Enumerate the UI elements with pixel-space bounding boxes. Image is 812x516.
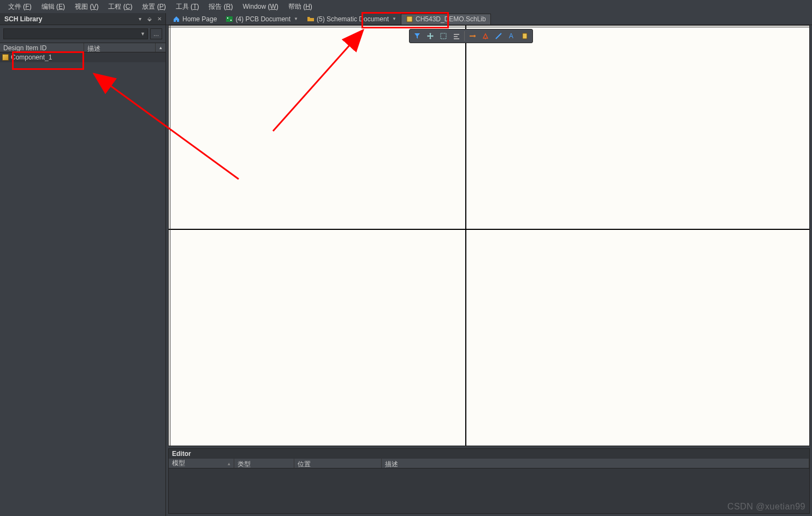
panel-titlebar: SCH Library ▾ ⬙ ✕	[0, 13, 165, 25]
menu-project[interactable]: 工程 (C)	[103, 1, 137, 13]
home-icon	[173, 15, 180, 23]
component-name: Component_1	[11, 54, 52, 61]
editor-panel: Editor 模型▴ 类型 位置 描述	[168, 448, 810, 514]
col-model[interactable]: 模型▴	[169, 459, 234, 468]
toolbar-separator	[464, 31, 465, 41]
editor-body[interactable]	[169, 468, 809, 513]
svg-rect-2	[230, 20, 232, 21]
svg-rect-1	[227, 17, 228, 19]
line-icon[interactable]	[492, 30, 505, 42]
editor-columns: 模型▴ 类型 位置 描述	[169, 459, 809, 468]
tab-schematic-document[interactable]: (5) Schematic Document ▼	[303, 14, 401, 25]
component-row[interactable]: Component_1	[0, 52, 165, 62]
align-icon[interactable]	[450, 30, 463, 42]
library-more-button[interactable]: ...	[150, 28, 162, 39]
filter-icon[interactable]	[411, 30, 424, 42]
col-position[interactable]: 位置	[294, 459, 382, 468]
text-icon[interactable]: A	[505, 30, 518, 42]
chevron-down-icon: ▼	[140, 31, 145, 37]
panel-pin-icon[interactable]: ⬙	[146, 15, 153, 23]
menu-report[interactable]: 报告 (R)	[204, 1, 238, 13]
menu-tools[interactable]: 工具 (T)	[171, 1, 204, 13]
menu-view[interactable]: 视图 (V)	[70, 1, 103, 13]
svg-rect-13	[523, 33, 527, 39]
menu-bar: 文件 (F) 编辑 (E) 视图 (V) 工程 (C) 放置 (P) 工具 (T…	[0, 0, 812, 13]
svg-rect-4	[441, 33, 446, 39]
component-grid-body: Component_1	[0, 52, 165, 516]
svg-rect-5	[454, 34, 459, 35]
col-type[interactable]: 类型	[234, 459, 294, 468]
svg-rect-7	[454, 38, 459, 39]
origin-vertical-axis	[465, 26, 466, 446]
document-tabs: Home Page (4) PCB Document ▼ (5) Schemat…	[166, 13, 812, 25]
panel-close-icon[interactable]: ✕	[156, 15, 163, 23]
component-grid-header: Design Item ID 描述 ▴	[0, 43, 165, 52]
menu-help[interactable]: 帮助 (H)	[283, 1, 317, 13]
tab-pcb-document[interactable]: (4) PCB Document ▼	[221, 14, 303, 25]
pin-icon[interactable]	[466, 30, 479, 42]
ieee-icon[interactable]	[518, 30, 531, 42]
select-rect-icon[interactable]	[437, 30, 450, 42]
svg-rect-3	[407, 16, 412, 22]
library-filter-combo[interactable]: ▼	[3, 28, 148, 39]
schlib-icon	[406, 15, 413, 23]
menu-edit[interactable]: 编辑 (E)	[37, 1, 70, 13]
origin-horizontal-axis	[169, 229, 809, 230]
tab-schlib-active[interactable]: CH543D_DEMO.SchLib	[401, 14, 491, 25]
svg-rect-0	[226, 16, 233, 22]
panel-dropdown-icon[interactable]: ▾	[136, 15, 144, 23]
editor-area: Home Page (4) PCB Document ▼ (5) Schemat…	[166, 13, 812, 516]
chevron-down-icon[interactable]: ▼	[294, 16, 298, 21]
svg-line-11	[496, 33, 501, 39]
folder-icon	[307, 15, 315, 23]
schematic-canvas[interactable]: A	[168, 25, 810, 446]
panel-title: SCH Library	[4, 15, 134, 23]
pcb-icon	[226, 15, 233, 23]
menu-window[interactable]: Window (W)	[238, 1, 283, 12]
col-design-item-id[interactable]: Design Item ID	[0, 43, 84, 52]
sch-library-panel: SCH Library ▾ ⬙ ✕ ▼ ... Design Item ID 描…	[0, 13, 166, 516]
col-description[interactable]: 描述	[382, 459, 809, 468]
move-icon[interactable]	[424, 30, 437, 42]
sort-indicator-icon[interactable]: ▴	[156, 43, 165, 52]
svg-text:A: A	[509, 32, 513, 40]
menu-place[interactable]: 放置 (P)	[137, 1, 170, 13]
editor-title: Editor	[169, 449, 809, 459]
component-icon	[2, 54, 9, 61]
floating-toolbar: A	[409, 29, 533, 43]
menu-file[interactable]: 文件 (F)	[3, 1, 37, 13]
svg-rect-6	[454, 36, 458, 37]
tab-home[interactable]: Home Page	[168, 14, 221, 25]
chevron-down-icon[interactable]: ▼	[392, 16, 396, 21]
net-icon[interactable]	[479, 30, 492, 42]
col-description[interactable]: 描述	[84, 43, 156, 52]
svg-point-9	[473, 35, 476, 37]
